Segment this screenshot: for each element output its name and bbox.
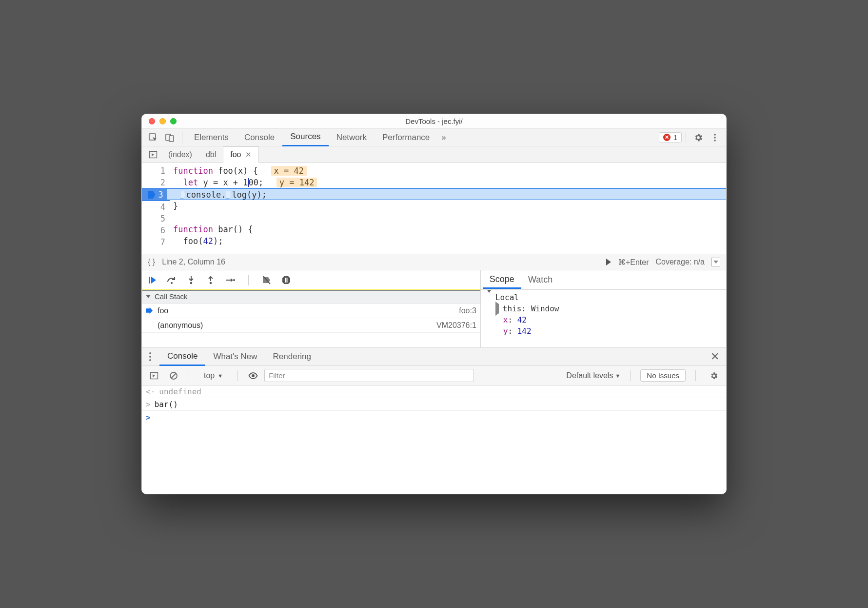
tab-performance[interactable]: Performance <box>375 129 437 146</box>
file-tab-dbl[interactable]: dbl <box>199 146 223 163</box>
run-shortcut-label: ⌘+Enter <box>618 258 649 267</box>
editor-status-bar: { } Line 2, Column 16 ⌘+Enter Coverage: … <box>142 254 726 270</box>
error-count-badge[interactable]: ✕ 1 <box>659 132 682 142</box>
scope-watch-tabstrip: Scope Watch <box>481 270 726 289</box>
step-icon[interactable] <box>225 275 236 285</box>
call-stack-panel: Call Stack foo foo:3 (anonymous) VM20376… <box>142 290 481 347</box>
svg-point-11 <box>233 279 235 281</box>
execution-context-select[interactable]: top ▼ <box>199 370 228 381</box>
line-gutter: 1 2 3 4 5 6 7 <box>142 163 170 254</box>
resume-icon[interactable] <box>147 275 158 285</box>
console-sidebar-icon[interactable] <box>149 370 159 381</box>
svg-point-8 <box>171 282 173 284</box>
svg-rect-12 <box>285 278 286 283</box>
inline-value-hint: x = 42 <box>271 166 307 176</box>
tab-network[interactable]: Network <box>329 129 375 146</box>
error-count: 1 <box>673 133 677 142</box>
issues-button[interactable]: No Issues <box>640 369 686 382</box>
show-navigator-icon[interactable] <box>148 149 158 160</box>
deactivate-breakpoints-icon[interactable] <box>261 275 272 285</box>
current-frame-icon <box>146 307 153 314</box>
tabs-overflow-icon[interactable]: » <box>437 129 450 146</box>
drawer-tab-strip: Console What's New Rendering ✕ <box>142 347 726 366</box>
device-toolbar-icon[interactable] <box>164 132 175 143</box>
clear-console-icon[interactable] <box>168 370 179 381</box>
code-content[interactable]: function foo(x) { x = 42 let y = x + 100… <box>170 163 726 254</box>
close-tab-icon[interactable]: ✕ <box>245 150 252 159</box>
window-title: DevTools - jec.fyi/ <box>142 117 726 125</box>
tab-elements[interactable]: Elements <box>186 129 237 146</box>
call-stack-header[interactable]: Call Stack <box>142 290 480 304</box>
tab-sources[interactable]: Sources <box>282 129 328 146</box>
console-settings-icon[interactable] <box>709 370 719 381</box>
code-editor[interactable]: 1 2 3 4 5 6 7 function foo(x) { x = 42 l… <box>142 163 726 254</box>
drawer-tab-rendering[interactable]: Rendering <box>265 347 319 366</box>
step-out-icon[interactable] <box>205 275 216 285</box>
file-tab-strip: (index) dbl foo ✕ <box>142 146 726 163</box>
debugger-toolbar-row: Scope Watch <box>142 270 726 290</box>
console-filter-input[interactable]: Filter <box>264 369 474 382</box>
close-drawer-icon[interactable]: ✕ <box>707 350 723 363</box>
scope-entry[interactable]: y: 142 <box>485 325 722 337</box>
scope-entry[interactable]: this: Window <box>485 303 722 314</box>
collapse-icon <box>487 290 492 302</box>
scope-entry[interactable]: x: 42 <box>485 314 722 325</box>
console-prompt[interactable]: > <box>142 411 726 424</box>
drawer-tab-whatsnew[interactable]: What's New <box>205 347 265 366</box>
svg-rect-2 <box>169 136 174 142</box>
step-over-icon[interactable] <box>166 275 177 285</box>
tab-console[interactable]: Console <box>237 129 282 146</box>
file-tab-foo[interactable]: foo ✕ <box>223 146 258 163</box>
log-levels-select[interactable]: Default levels ▼ <box>566 371 620 380</box>
main-tab-strip: Elements Console Sources Network Perform… <box>142 129 726 146</box>
live-expression-icon[interactable] <box>248 370 258 381</box>
text-cursor <box>248 178 249 187</box>
svg-point-3 <box>714 134 716 136</box>
scope-panel: Local this: Window x: 42 y: 142 <box>481 290 726 347</box>
cursor-position: Line 2, Column 16 <box>162 258 225 266</box>
console-result-line: <·undefined <box>142 385 726 398</box>
collapse-icon <box>146 295 151 298</box>
tab-scope[interactable]: Scope <box>483 271 521 289</box>
file-tab-index[interactable]: (index) <box>161 146 199 163</box>
svg-point-5 <box>714 140 716 142</box>
debug-panels: Call Stack foo foo:3 (anonymous) VM20376… <box>142 290 726 347</box>
svg-point-10 <box>210 282 212 284</box>
stack-frame[interactable]: (anonymous) VM20376:1 <box>142 318 480 333</box>
titlebar: DevTools - jec.fyi/ <box>142 114 726 129</box>
debugger-controls <box>142 270 481 289</box>
devtools-window: DevTools - jec.fyi/ Elements Console Sou… <box>141 114 727 494</box>
svg-point-16 <box>252 374 255 377</box>
coverage-toggle-icon[interactable] <box>711 258 720 266</box>
inline-value-hint: y = 142 <box>276 178 317 187</box>
svg-rect-7 <box>149 277 150 284</box>
stack-frame[interactable]: foo foo:3 <box>142 304 480 318</box>
console-input-line: >bar() <box>142 398 726 411</box>
coverage-label: Coverage: n/a <box>655 258 705 266</box>
step-marker-icon <box>226 191 231 199</box>
paused-overlay-strip <box>142 289 480 291</box>
svg-rect-13 <box>287 278 288 283</box>
inspect-element-icon[interactable] <box>148 132 158 143</box>
console-toolbar: top ▼ Filter Default levels ▼ No Issues <box>142 366 726 385</box>
step-into-icon[interactable] <box>186 275 197 285</box>
pause-on-exceptions-icon[interactable] <box>281 275 292 285</box>
expand-icon <box>495 302 499 316</box>
run-snippet-icon[interactable] <box>606 259 611 265</box>
console-output[interactable]: <·undefined >bar() > <box>142 385 726 424</box>
pretty-print-icon[interactable]: { } <box>148 258 155 266</box>
settings-icon[interactable] <box>693 132 704 143</box>
tab-watch[interactable]: Watch <box>521 272 559 288</box>
step-marker-icon <box>180 191 185 199</box>
drawer-tab-console[interactable]: Console <box>159 347 205 366</box>
scope-group[interactable]: Local <box>485 292 722 303</box>
execution-pointer-icon <box>148 191 156 199</box>
error-icon: ✕ <box>663 134 671 141</box>
svg-point-9 <box>190 282 193 284</box>
drawer-menu-icon[interactable] <box>145 352 156 361</box>
svg-point-4 <box>714 137 716 139</box>
more-menu-icon[interactable] <box>710 132 720 143</box>
